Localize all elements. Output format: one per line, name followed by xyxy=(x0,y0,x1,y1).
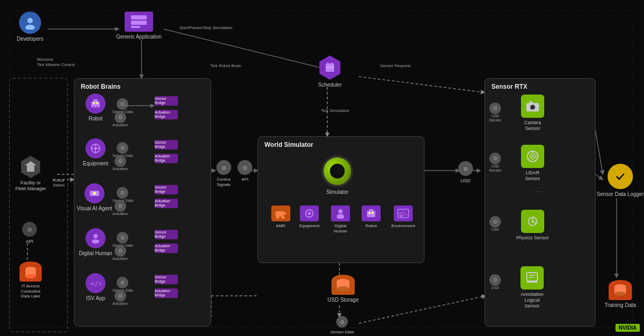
svg-point-66 xyxy=(338,209,343,213)
equip-actuation-icon: ⊙ xyxy=(115,155,126,167)
dh-sim-node: DigitalHuman xyxy=(325,206,356,234)
usd-4-label: USD xyxy=(491,286,499,290)
api-left-node: ⊙ API xyxy=(18,222,41,245)
digital-human-icon xyxy=(86,228,106,248)
svg-rect-32 xyxy=(131,26,140,28)
developers-label: Developers xyxy=(17,36,44,42)
dh-actuation-icon: ⊙ xyxy=(115,245,126,257)
robot-sim-label: Robot xyxy=(365,223,376,229)
svg-point-67 xyxy=(337,214,344,219)
svg-rect-41 xyxy=(93,106,95,108)
svg-point-81 xyxy=(531,106,534,109)
lidar-sensor-node: LiDARSensor xyxy=(514,145,551,182)
isv-actuation-bridge-icon: Actuation Bridge xyxy=(155,288,178,298)
robot-actuation-icon: ⊙ xyxy=(115,111,126,123)
svg-rect-45 xyxy=(95,144,96,146)
svg-point-85 xyxy=(532,155,534,157)
it-access-label: IT Access Controlled Data Lake xyxy=(21,284,40,299)
tick-mission-label: Tick Mission Control xyxy=(37,62,75,67)
usd-render-1-icon: ⊙ xyxy=(489,102,501,114)
api-mid-icon: ⊙ xyxy=(238,160,252,175)
vai-actuation: ⊙ Actuation xyxy=(112,200,128,216)
isv-sensor-data-icon: ⊙ xyxy=(117,277,128,288)
svg-rect-42 xyxy=(96,106,98,108)
env-sim-node: Environment xyxy=(387,206,420,229)
tick-robot-brain-label: Tick Robot Brain xyxy=(210,63,241,68)
svg-point-65 xyxy=(308,212,311,215)
facility-manager-label: Facility or Fleet Manager xyxy=(15,180,46,192)
robot-actuation: ⊙ Actuation xyxy=(112,111,128,127)
dh-sim-label: DigitalHuman xyxy=(334,223,347,234)
architecture-diagram: Developers Generic Application Start/Pau… xyxy=(0,0,644,336)
svg-line-4 xyxy=(359,77,485,92)
control-signals-node: ⊙ Control Signals xyxy=(209,160,238,187)
usd-storage-label: USD Storage xyxy=(328,297,359,303)
svg-point-99 xyxy=(614,292,626,296)
svg-point-70 xyxy=(368,212,371,214)
svg-rect-68 xyxy=(367,211,375,217)
svg-rect-38 xyxy=(93,99,98,102)
sensor-data-bottom-node: ⊙ Sensor Data xyxy=(326,316,358,335)
isv-app-node: </> ISV App xyxy=(81,273,110,302)
usd-render-2-icon: ⊙ xyxy=(489,153,501,164)
svg-rect-63 xyxy=(283,212,286,214)
amr-sim-node: AMR xyxy=(266,206,295,229)
equip-actuation: ⊙ Actuation xyxy=(112,155,128,171)
lidar-sensor-icon xyxy=(521,145,544,168)
svg-point-40 xyxy=(96,102,98,104)
vai-actuation-bridge: Actuation Bridge xyxy=(155,199,178,208)
robot-brains-title: Robot Brains xyxy=(81,83,120,90)
usd-right-node: ⊙ USD xyxy=(455,161,476,184)
simulator-label: Simulator xyxy=(326,189,348,195)
camera-sensor-label: CameraSensor xyxy=(524,120,541,132)
equipment-node: Equipment xyxy=(81,138,110,167)
svg-text:</>: </> xyxy=(90,279,102,287)
dh-sensor-bridge: Sensor Bridge xyxy=(155,230,178,239)
robot-sim-icon xyxy=(362,206,381,221)
training-data-label: Training Data xyxy=(604,302,636,309)
vai-sensor-data-icon: ⊙ xyxy=(117,187,128,199)
usd-3-label: USD xyxy=(491,228,499,232)
scheduler-label: Scheduler xyxy=(318,82,342,88)
equip-actuation-bridge-icon: Actuation Bridge xyxy=(155,154,178,163)
generic-app-icon xyxy=(125,12,153,32)
svg-rect-82 xyxy=(529,101,533,104)
it-access-icon xyxy=(20,262,42,282)
svg-point-39 xyxy=(93,102,95,104)
robot-sim-node: Robot xyxy=(357,206,385,229)
training-data-icon xyxy=(609,280,632,300)
svg-point-50 xyxy=(93,192,96,195)
usd-render-1-label: USDRender xyxy=(489,114,501,123)
svg-point-71 xyxy=(372,212,374,214)
svg-line-26 xyxy=(359,296,486,323)
world-sim-title: World Simulator xyxy=(264,141,313,148)
svg-rect-46 xyxy=(95,151,96,153)
sensor-rtx-panel: Sensor RTX ⊙ USDRender CameraSensor ⊙ US… xyxy=(485,78,595,326)
dh-actuation-bridge-icon: Actuation Bridge xyxy=(155,244,178,253)
svg-rect-31 xyxy=(131,21,147,25)
annotation-sensor-node: AnnotationLogicalSensor xyxy=(512,266,553,309)
isv-actuation-icon: ⊙ xyxy=(115,290,126,302)
amr-icon xyxy=(271,206,290,221)
robot-icon xyxy=(86,94,106,114)
developers-icon xyxy=(19,12,41,34)
robot-label: Robot xyxy=(89,116,103,122)
equipment-label: Equipment xyxy=(83,161,108,167)
world-simulator-panel: World Simulator Simulator AMR Equipment xyxy=(258,136,424,263)
svg-rect-48 xyxy=(98,148,100,149)
svg-rect-60 xyxy=(276,211,284,217)
equip-sensor-data-icon: ⊙ xyxy=(117,142,128,154)
svg-rect-37 xyxy=(91,101,100,108)
scheduler-icon xyxy=(318,55,342,80)
facility-manager-icon xyxy=(20,156,42,178)
svg-rect-55 xyxy=(27,165,34,172)
vai-actuation-bridge-icon: Actuation Bridge xyxy=(155,199,178,208)
usd-3: ⊙ USD xyxy=(489,216,501,232)
isv-app-label: ISV App xyxy=(86,295,105,302)
usd-3-icon: ⊙ xyxy=(489,216,501,228)
usd-storage-icon xyxy=(332,275,355,295)
svg-point-29 xyxy=(25,25,35,30)
camera-sensor-node: CameraSensor xyxy=(514,95,551,132)
generic-app-label: Generic Application xyxy=(116,34,162,40)
lidar-sensor-label: LiDARSensor xyxy=(525,170,541,182)
